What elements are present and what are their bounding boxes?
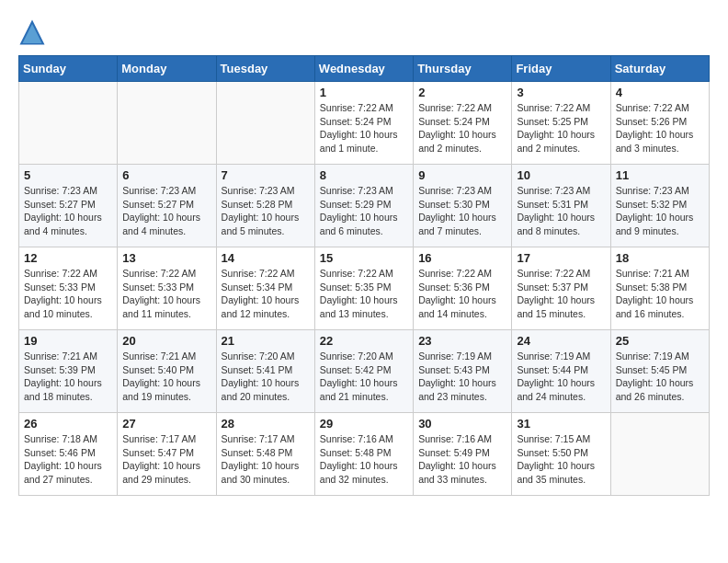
calendar-cell: 30Sunrise: 7:16 AM Sunset: 5:49 PM Dayli… [414,413,512,496]
day-number: 23 [418,334,506,348]
day-info: Sunrise: 7:23 AM Sunset: 5:27 PM Dayligh… [24,184,112,238]
day-info: Sunrise: 7:22 AM Sunset: 5:35 PM Dayligh… [320,267,408,321]
calendar-header: SundayMondayTuesdayWednesdayThursdayFrid… [19,56,710,82]
calendar-cell: 24Sunrise: 7:19 AM Sunset: 5:44 PM Dayli… [512,330,610,413]
day-number: 19 [24,334,112,348]
day-number: 9 [418,168,506,182]
calendar-cell: 28Sunrise: 7:17 AM Sunset: 5:48 PM Dayli… [216,413,314,496]
day-info: Sunrise: 7:22 AM Sunset: 5:33 PM Dayligh… [24,267,112,321]
calendar-cell: 17Sunrise: 7:22 AM Sunset: 5:37 PM Dayli… [512,247,610,330]
calendar-cell [118,82,216,165]
calendar-cell: 13Sunrise: 7:22 AM Sunset: 5:33 PM Dayli… [118,247,216,330]
calendar-cell: 26Sunrise: 7:18 AM Sunset: 5:46 PM Dayli… [19,413,118,496]
calendar-table: SundayMondayTuesdayWednesdayThursdayFrid… [18,55,710,496]
calendar-cell: 4Sunrise: 7:22 AM Sunset: 5:26 PM Daylig… [610,82,709,165]
day-number: 21 [222,334,310,348]
day-info: Sunrise: 7:23 AM Sunset: 5:31 PM Dayligh… [517,184,605,238]
day-number: 2 [418,86,506,99]
day-number: 26 [24,417,112,431]
calendar-cell: 9Sunrise: 7:23 AM Sunset: 5:30 PM Daylig… [414,165,512,247]
day-number: 8 [320,168,408,182]
calendar-cell [610,413,709,496]
calendar-cell: 7Sunrise: 7:23 AM Sunset: 5:28 PM Daylig… [216,165,314,247]
weekday-row: SundayMondayTuesdayWednesdayThursdayFrid… [19,56,710,82]
calendar-week-3: 12Sunrise: 7:22 AM Sunset: 5:33 PM Dayli… [19,247,710,330]
day-number: 3 [517,86,605,99]
day-info: Sunrise: 7:22 AM Sunset: 5:25 PM Dayligh… [517,101,605,155]
calendar-cell: 5Sunrise: 7:23 AM Sunset: 5:27 PM Daylig… [19,165,118,247]
calendar-cell: 15Sunrise: 7:22 AM Sunset: 5:35 PM Dayli… [314,247,413,330]
calendar-cell: 27Sunrise: 7:17 AM Sunset: 5:47 PM Dayli… [118,413,216,496]
calendar-week-2: 5Sunrise: 7:23 AM Sunset: 5:27 PM Daylig… [19,165,710,247]
calendar-week-1: 1Sunrise: 7:22 AM Sunset: 5:24 PM Daylig… [19,82,710,165]
day-info: Sunrise: 7:19 AM Sunset: 5:45 PM Dayligh… [616,350,704,404]
calendar-cell: 20Sunrise: 7:21 AM Sunset: 5:40 PM Dayli… [118,330,216,413]
day-info: Sunrise: 7:16 AM Sunset: 5:48 PM Dayligh… [320,432,408,487]
calendar-cell: 3Sunrise: 7:22 AM Sunset: 5:25 PM Daylig… [512,82,610,165]
day-info: Sunrise: 7:18 AM Sunset: 5:46 PM Dayligh… [24,432,112,487]
weekday-header-monday: Monday [118,56,216,82]
day-info: Sunrise: 7:20 AM Sunset: 5:42 PM Dayligh… [320,350,408,404]
day-number: 18 [616,251,704,265]
day-info: Sunrise: 7:17 AM Sunset: 5:48 PM Dayligh… [222,432,310,487]
day-info: Sunrise: 7:22 AM Sunset: 5:34 PM Dayligh… [222,267,310,321]
day-number: 31 [517,417,605,431]
day-number: 30 [418,417,506,431]
calendar-cell: 10Sunrise: 7:23 AM Sunset: 5:31 PM Dayli… [512,165,610,247]
calendar-cell: 21Sunrise: 7:20 AM Sunset: 5:41 PM Dayli… [216,330,314,413]
day-number: 16 [418,251,506,265]
calendar-cell [19,82,118,165]
calendar-cell: 11Sunrise: 7:23 AM Sunset: 5:32 PM Dayli… [610,165,709,247]
day-number: 22 [320,334,408,348]
day-info: Sunrise: 7:22 AM Sunset: 5:33 PM Dayligh… [122,267,210,321]
weekday-header-friday: Friday [512,56,610,82]
calendar-week-4: 19Sunrise: 7:21 AM Sunset: 5:39 PM Dayli… [19,330,710,413]
calendar-cell: 18Sunrise: 7:21 AM Sunset: 5:38 PM Dayli… [610,247,709,330]
calendar-cell: 2Sunrise: 7:22 AM Sunset: 5:24 PM Daylig… [414,82,512,165]
logo-icon [18,18,46,46]
weekday-header-sunday: Sunday [19,56,118,82]
calendar-week-5: 26Sunrise: 7:18 AM Sunset: 5:46 PM Dayli… [19,413,710,496]
calendar-cell: 1Sunrise: 7:22 AM Sunset: 5:24 PM Daylig… [314,82,413,165]
calendar-cell: 16Sunrise: 7:22 AM Sunset: 5:36 PM Dayli… [414,247,512,330]
day-info: Sunrise: 7:21 AM Sunset: 5:38 PM Dayligh… [616,267,704,321]
weekday-header-saturday: Saturday [610,56,709,82]
page-header [18,18,710,46]
day-number: 27 [122,417,210,431]
day-number: 5 [24,168,112,182]
day-info: Sunrise: 7:22 AM Sunset: 5:24 PM Dayligh… [418,101,506,155]
day-info: Sunrise: 7:23 AM Sunset: 5:32 PM Dayligh… [616,184,704,238]
day-info: Sunrise: 7:15 AM Sunset: 5:50 PM Dayligh… [517,432,605,487]
day-info: Sunrise: 7:22 AM Sunset: 5:36 PM Dayligh… [418,267,506,321]
calendar-cell: 31Sunrise: 7:15 AM Sunset: 5:50 PM Dayli… [512,413,610,496]
day-number: 29 [320,417,408,431]
calendar-cell: 6Sunrise: 7:23 AM Sunset: 5:27 PM Daylig… [118,165,216,247]
day-info: Sunrise: 7:21 AM Sunset: 5:39 PM Dayligh… [24,350,112,404]
day-info: Sunrise: 7:23 AM Sunset: 5:30 PM Dayligh… [418,184,506,238]
day-number: 10 [517,168,605,182]
calendar-cell: 22Sunrise: 7:20 AM Sunset: 5:42 PM Dayli… [314,330,413,413]
day-number: 14 [222,251,310,265]
day-info: Sunrise: 7:20 AM Sunset: 5:41 PM Dayligh… [222,350,310,404]
day-info: Sunrise: 7:22 AM Sunset: 5:26 PM Dayligh… [616,101,704,155]
calendar-body: 1Sunrise: 7:22 AM Sunset: 5:24 PM Daylig… [19,82,710,496]
calendar-cell: 29Sunrise: 7:16 AM Sunset: 5:48 PM Dayli… [314,413,413,496]
weekday-header-thursday: Thursday [414,56,512,82]
day-number: 20 [122,334,210,348]
day-number: 4 [616,86,704,99]
calendar-cell: 14Sunrise: 7:22 AM Sunset: 5:34 PM Dayli… [216,247,314,330]
day-info: Sunrise: 7:23 AM Sunset: 5:27 PM Dayligh… [122,184,210,238]
day-number: 11 [616,168,704,182]
day-number: 13 [122,251,210,265]
day-info: Sunrise: 7:16 AM Sunset: 5:49 PM Dayligh… [418,432,506,487]
calendar-cell: 12Sunrise: 7:22 AM Sunset: 5:33 PM Dayli… [19,247,118,330]
day-info: Sunrise: 7:19 AM Sunset: 5:44 PM Dayligh… [517,350,605,404]
day-number: 15 [320,251,408,265]
day-info: Sunrise: 7:22 AM Sunset: 5:24 PM Dayligh… [320,101,408,155]
weekday-header-tuesday: Tuesday [216,56,314,82]
logo [18,18,50,46]
day-info: Sunrise: 7:22 AM Sunset: 5:37 PM Dayligh… [517,267,605,321]
day-number: 25 [616,334,704,348]
day-number: 12 [24,251,112,265]
calendar-cell: 25Sunrise: 7:19 AM Sunset: 5:45 PM Dayli… [610,330,709,413]
